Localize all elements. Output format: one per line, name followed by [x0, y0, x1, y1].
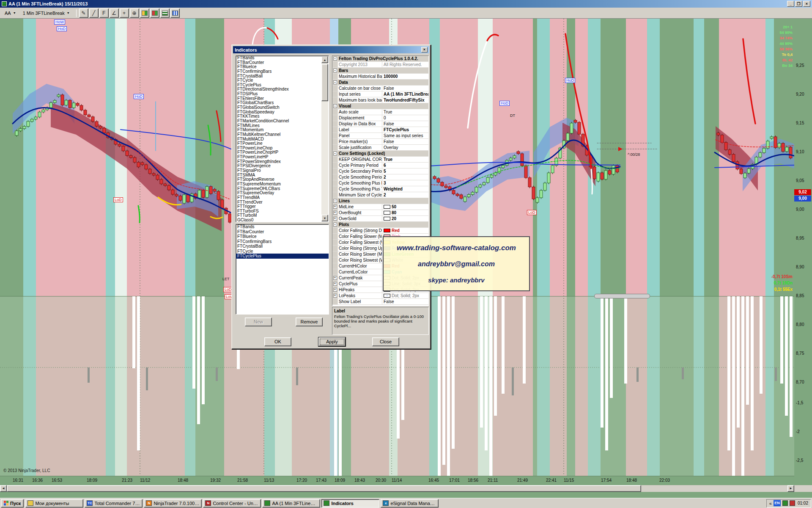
property-value[interactable]: 50: [382, 204, 428, 210]
maximize-button[interactable]: ❐: [795, 1, 802, 7]
time-axis[interactable]: 16:3116:3616:5318:0921:2311/1218:4819:32…: [0, 476, 794, 485]
property-value[interactable]: FTCyclePlus: [382, 127, 428, 133]
price-axis[interactable]: 9,259,209,159,109,059,008,958,908,858,80…: [794, 19, 812, 492]
property-value[interactable]: All Rights Reserved.: [382, 62, 428, 67]
collapse-icon[interactable]: -: [333, 223, 337, 226]
property-value[interactable]: Same as input series: [382, 133, 428, 138]
dialog-titlebar[interactable]: Indicators ×: [233, 46, 429, 53]
expand-icon[interactable]: +: [333, 294, 337, 298]
selected-indicator-item[interactable]: FTConfirmingBars: [236, 239, 329, 244]
scroll-right-icon[interactable]: ►: [787, 485, 794, 492]
expand-icon[interactable]: +: [333, 211, 337, 215]
selected-indicator-item[interactable]: FTCrystalBall: [236, 244, 329, 249]
property-value[interactable]: 20: [382, 216, 428, 221]
expand-icon[interactable]: +: [333, 205, 337, 209]
indicator-list-item[interactable]: FTMultiKeltnerChannel: [236, 133, 329, 137]
property-value[interactable]: 2: [382, 174, 428, 180]
new-button[interactable]: New: [245, 318, 272, 326]
fibonacci-icon[interactable]: F: [99, 8, 109, 18]
crosshair-icon[interactable]: +: [120, 8, 129, 18]
property-value[interactable]: Overlay: [382, 145, 428, 150]
collapse-icon[interactable]: -: [333, 80, 337, 84]
collapse-icon[interactable]: -: [333, 69, 337, 72]
close-button[interactable]: ×: [803, 1, 810, 7]
tray-chevron-icon[interactable]: «: [769, 501, 772, 506]
taskbar-button[interactable]: NControl Center - Untitled1: [203, 499, 261, 508]
property-value[interactable]: Weighted: [382, 186, 428, 192]
expand-icon[interactable]: +: [333, 288, 337, 292]
scrollbar-thumb[interactable]: [7, 485, 641, 492]
selected-indicator-item[interactable]: FTCycle: [236, 249, 329, 254]
property-value[interactable]: False: [382, 121, 428, 127]
taskbar-button[interactable]: eeSignal Data Manager: [381, 499, 439, 508]
expand-icon[interactable]: +: [333, 217, 337, 221]
indicator-list-item[interactable]: FTTrendMA: [236, 196, 329, 200]
line-tool-icon[interactable]: ╱: [89, 8, 99, 18]
ruler-icon[interactable]: ∠: [110, 8, 119, 18]
remove-button[interactable]: Remove: [296, 318, 323, 326]
selected-indicators-list[interactable]: FTBandsFTBarCounterFTBlueIceFTConfirming…: [236, 224, 329, 315]
taskbar-button[interactable]: NNinjaTrader 7.0.1000.14...: [144, 499, 202, 508]
property-value[interactable]: 80: [382, 210, 428, 215]
expand-icon[interactable]: +: [333, 276, 337, 280]
collapse-icon[interactable]: -: [333, 104, 337, 108]
scroll-left-icon[interactable]: ◄: [0, 485, 7, 492]
property-value[interactable]: False: [382, 299, 428, 304]
property-value[interactable]: True: [382, 109, 428, 115]
property-value[interactable]: 6: [382, 163, 428, 168]
list-scrollbar[interactable]: ▲▼: [321, 56, 328, 221]
window-titlebar[interactable]: AA (1 Min 3FTLineBreak) 15/11/2013 _ ❐ ×: [0, 0, 812, 8]
scroll-down-icon[interactable]: ▼: [321, 215, 328, 221]
property-value[interactable]: True: [382, 157, 428, 162]
zoom-icon[interactable]: ⊕: [130, 8, 139, 18]
available-indicators-list[interactable]: FTBandsFTBarCounterFTBlueIceFTConfirming…: [236, 55, 329, 222]
property-value[interactable]: TwoHundredFiftySix: [382, 97, 428, 103]
taskbar-button[interactable]: TCTotal Commander 7.50 p...: [85, 499, 143, 508]
expand-icon[interactable]: +: [333, 282, 337, 286]
scrollbar-thumb[interactable]: [321, 64, 328, 101]
property-value[interactable]: False: [382, 139, 428, 144]
scroll-up-icon[interactable]: ▲: [321, 56, 328, 63]
property-value[interactable]: 3: [382, 180, 428, 186]
tray-app-icon[interactable]: [790, 500, 795, 506]
collapse-icon[interactable]: -: [333, 152, 337, 155]
data-grid-icon[interactable]: [160, 8, 170, 18]
dialog-close-icon[interactable]: ×: [421, 47, 428, 52]
minimize-button[interactable]: _: [787, 1, 794, 7]
interval-selector[interactable]: 1 Min 3FTLineBreak ▼: [20, 9, 72, 17]
property-value[interactable]: AA (1 Min 3FTLineBreak): [382, 91, 428, 97]
selected-indicator-item[interactable]: FTCyclePlus: [236, 254, 329, 259]
indicator-list-item[interactable]: GClass0: [236, 218, 329, 222]
panel-grid-icon[interactable]: [170, 8, 180, 18]
taskbar-button[interactable]: Indicators: [321, 499, 379, 508]
chart-style-icon-2[interactable]: [150, 8, 159, 18]
property-value[interactable]: 100000: [382, 74, 428, 79]
apply-button[interactable]: Apply: [318, 337, 346, 346]
tray-chart-icon[interactable]: [782, 500, 788, 506]
taskbar-button[interactable]: AA (1 Min 3FTLineBreak) ...: [262, 499, 320, 508]
indicator-list-item[interactable]: FTMarketConditionChannel: [236, 119, 329, 124]
ok-button[interactable]: OK: [264, 337, 291, 346]
instrument-selector[interactable]: AA ▼: [2, 9, 19, 17]
system-tray[interactable]: « EN 01:02: [766, 499, 811, 508]
taskbar-button[interactable]: Мои документы: [25, 499, 83, 508]
property-value[interactable]: 2: [382, 192, 428, 198]
indicator-list-item[interactable]: FTSupremeMomentum: [236, 182, 329, 187]
horizontal-scrollbar[interactable]: ◄ ►: [0, 485, 812, 492]
collapse-icon[interactable]: -: [333, 199, 337, 203]
selected-indicator-item[interactable]: FTBarCounter: [236, 229, 329, 235]
property-value[interactable]: ~Dot; Solid; 2px: [382, 293, 428, 298]
start-button[interactable]: Пуск: [1, 499, 24, 508]
indicator-list-item[interactable]: FTConfirmingBars: [236, 69, 329, 74]
property-value[interactable]: 5: [382, 168, 428, 174]
property-value[interactable]: 0: [382, 115, 428, 121]
property-value[interactable]: False: [382, 86, 428, 91]
property-value[interactable]: Red: [382, 228, 428, 233]
language-indicator[interactable]: EN: [774, 500, 781, 506]
pencil-icon[interactable]: ✎: [79, 8, 88, 18]
selected-indicator-item[interactable]: FTBlueIce: [236, 234, 329, 239]
chart-style-icon-1[interactable]: [140, 8, 149, 18]
selected-indicator-item[interactable]: FTBands: [236, 224, 329, 229]
collapse-icon[interactable]: -: [333, 57, 337, 61]
close-dialog-button[interactable]: Close: [372, 337, 399, 346]
